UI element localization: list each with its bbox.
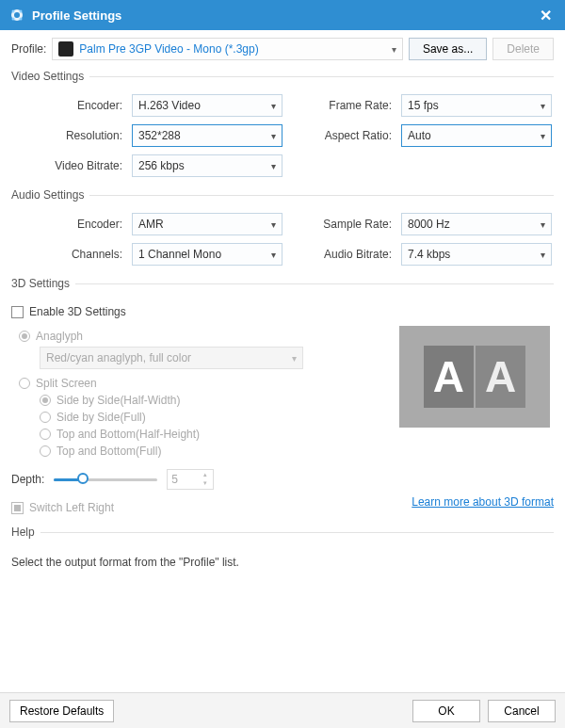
audio-bitrate-label: Audio Bitrate: [290,248,394,261]
sbs-half-label: Side by Side(Half-Width) [56,394,180,407]
tb-full-label: Top and Bottom(Full) [56,445,161,458]
enable-3d-label: Enable 3D Settings [29,305,126,318]
frame-rate-dropdown[interactable]: 15 fps▾ [401,94,552,117]
sbs-full-radio [40,412,51,423]
svg-point-1 [14,12,20,18]
svg-point-2 [12,10,15,13]
video-bitrate-dropdown[interactable]: 256 kbps▾ [132,154,282,177]
delete-button: Delete [492,38,554,60]
audio-settings-legend: Audio Settings [11,188,89,202]
chevron-down-icon: ▾ [271,161,276,171]
restore-defaults-button[interactable]: Restore Defaults [9,700,114,722]
channels-label: Channels: [11,248,124,261]
preview-right-glyph: A [476,346,525,408]
anaglyph-label: Anaglyph [36,330,83,343]
chevron-down-icon: ▾ [392,44,396,55]
switch-left-right-label: Switch Left Right [29,501,114,514]
svg-point-3 [20,10,23,13]
window-title: Profile Settings [32,8,121,23]
3d-settings-group: 3D Settings Enable 3D Settings Anaglyph … [11,277,554,518]
help-legend: Help [11,526,40,539]
profile-label: Profile: [11,42,46,56]
aspect-ratio-label: Aspect Ratio: [290,129,394,142]
tb-half-radio [40,429,51,440]
video-settings-legend: Video Settings [11,70,89,83]
sbs-full-label: Side by Side(Full) [56,411,146,424]
audio-settings-group: Audio Settings Encoder: AMR▾ Sample Rate… [11,188,554,269]
depth-label: Depth: [11,473,44,486]
profile-format-icon [58,41,73,57]
cancel-button[interactable]: Cancel [488,700,556,722]
chevron-down-icon: ▾ [271,250,276,260]
tb-half-label: Top and Bottom(Half-Height) [56,428,200,441]
chevron-down-icon: ▾ [541,250,545,260]
depth-spinner: 5 ▴▾ [167,469,214,490]
chevron-down-icon: ▾ [271,101,276,111]
video-bitrate-label: Video Bitrate: [11,159,124,172]
3d-settings-legend: 3D Settings [11,277,75,290]
frame-rate-label: Frame Rate: [290,99,394,112]
enable-3d-checkbox[interactable] [11,306,24,318]
chevron-down-icon: ▾ [271,219,276,230]
tb-full-radio [40,445,51,457]
video-encoder-label: Encoder: [11,99,124,112]
sample-rate-label: Sample Rate: [290,218,394,231]
svg-point-4 [12,18,15,21]
titlebar: Profile Settings ✕ [0,0,565,30]
sbs-half-radio [40,395,51,406]
close-icon[interactable]: ✕ [536,7,556,24]
channels-dropdown[interactable]: 1 Channel Mono▾ [132,243,282,266]
profile-value: Palm Pre 3GP Video - Mono (*.3gp) [79,42,258,56]
split-screen-radio [19,378,30,389]
switch-left-right-checkbox [11,502,24,514]
ok-button[interactable]: OK [412,700,480,722]
anaglyph-mode-dropdown: Red/cyan anaglyph, full color ▾ [40,347,303,369]
content-area: Profile: Palm Pre 3GP Video - Mono (*.3g… [0,30,565,692]
split-screen-label: Split Screen [36,377,97,390]
anaglyph-radio [19,331,30,342]
chevron-down-icon: ▾ [541,101,545,111]
profile-dropdown[interactable]: Palm Pre 3GP Video - Mono (*.3gp) ▾ [52,38,403,60]
help-text: Select the output format from the "Profi… [11,556,554,569]
aspect-ratio-dropdown[interactable]: Auto▾ [401,124,552,147]
svg-point-5 [20,18,23,21]
app-logo-icon [9,8,24,23]
dialog-footer: Restore Defaults OK Cancel [0,692,565,728]
help-group: Help Select the output format from the "… [11,526,554,573]
learn-more-3d-link[interactable]: Learn more about 3D format [412,495,554,509]
chevron-down-icon: ▾ [271,131,276,141]
chevron-up-icon: ▴ [200,471,211,479]
resolution-label: Resolution: [11,129,124,142]
chevron-down-icon: ▾ [200,479,211,488]
chevron-down-icon: ▾ [292,353,297,364]
profile-settings-dialog: Profile Settings ✕ Profile: Palm Pre 3GP… [0,0,565,728]
video-settings-group: Video Settings Encoder: H.263 Video▾ Fra… [11,70,554,181]
audio-bitrate-dropdown[interactable]: 7.4 kbps▾ [401,243,552,266]
audio-encoder-dropdown[interactable]: AMR▾ [132,213,282,235]
chevron-down-icon: ▾ [541,131,545,141]
video-encoder-dropdown[interactable]: H.263 Video▾ [132,94,282,117]
preview-left-glyph: A [424,346,474,408]
audio-encoder-label: Encoder: [11,218,124,231]
sample-rate-dropdown[interactable]: 8000 Hz▾ [401,213,552,235]
save-as-button[interactable]: Save as... [409,38,487,60]
resolution-dropdown[interactable]: 352*288▾ [132,124,282,147]
depth-slider[interactable] [54,471,157,488]
3d-preview: A A [399,326,550,428]
chevron-down-icon: ▾ [541,219,545,230]
